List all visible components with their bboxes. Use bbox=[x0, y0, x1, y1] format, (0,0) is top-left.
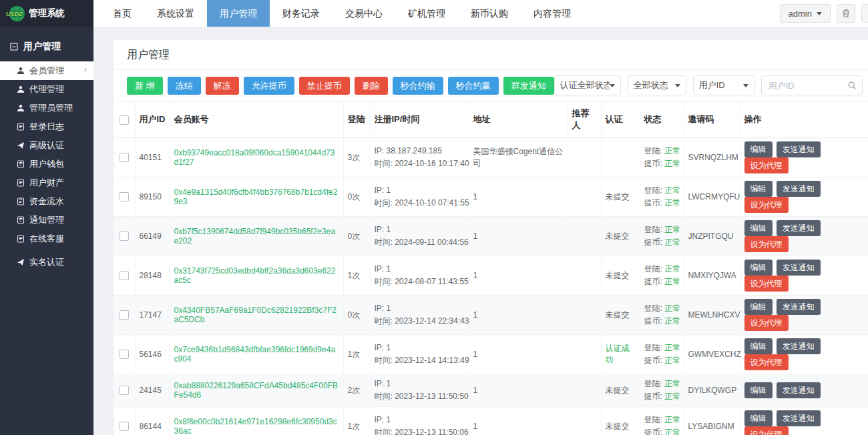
doc-icon bbox=[17, 123, 25, 131]
account-link[interactable]: 0xab8880226129a658CFdA45bd485c4F00FBFe54… bbox=[174, 381, 339, 400]
set-agent-button[interactable]: 设为代理 bbox=[744, 276, 789, 292]
toolbar-button[interactable]: 解冻 bbox=[206, 77, 239, 95]
account-link[interactable]: 0x4e9a1315d40f6cfb4f4bb376768b7b1cd4fe29… bbox=[174, 187, 338, 206]
nav-item[interactable]: 用户管理 bbox=[207, 0, 270, 27]
send-notice-button[interactable]: 发送通知 bbox=[777, 338, 821, 354]
toolbar-button[interactable]: 禁止提币 bbox=[299, 77, 350, 95]
toolbar-button[interactable]: 新 增 bbox=[127, 77, 163, 95]
send-notice-button[interactable]: 发送通知 bbox=[777, 141, 821, 157]
search-icon[interactable] bbox=[847, 81, 857, 90]
set-agent-button[interactable]: 设为代理 bbox=[744, 157, 789, 173]
select-all-checkbox[interactable] bbox=[120, 115, 129, 125]
table-row: 17147 0x4340FB57AaF69a1F0Dc62821922Bf3c7… bbox=[114, 296, 868, 335]
logins-cell: 3次 bbox=[343, 138, 370, 177]
sidebar-item[interactable]: 实名认证› bbox=[0, 253, 93, 272]
send-notice-button[interactable]: 发送通知 bbox=[777, 260, 821, 276]
actions-cell: 编辑 发送通知 设为代理 bbox=[740, 177, 868, 217]
send-notice-button[interactable]: 发送通知 bbox=[777, 410, 821, 426]
toolbar-button[interactable]: 秒合约赢 bbox=[448, 77, 499, 95]
user-id-cell: 89150 bbox=[135, 177, 170, 217]
row-checkbox[interactable] bbox=[120, 153, 129, 162]
send-notice-button[interactable]: 发送通知 bbox=[777, 382, 821, 398]
trash-button[interactable] bbox=[837, 4, 855, 23]
sidebar-item[interactable]: 会员管理› bbox=[0, 61, 93, 80]
row-checkbox[interactable] bbox=[120, 350, 129, 359]
account-link[interactable]: 0x7ce9436b1d96843dfbfae396fdc1969d9e4ac9… bbox=[174, 345, 336, 364]
row-checkbox[interactable] bbox=[120, 422, 129, 431]
set-agent-button[interactable]: 设为代理 bbox=[744, 315, 789, 331]
toolbar-button[interactable]: 删除 bbox=[355, 77, 388, 95]
status-cell: 登陆: 正常 提币: 正常 bbox=[640, 335, 684, 374]
row-checkbox[interactable] bbox=[120, 386, 129, 395]
row-checkbox[interactable] bbox=[120, 271, 129, 280]
filters: 认证全部状态全部状态用户ID bbox=[554, 75, 863, 95]
nav-item[interactable]: 财务记录 bbox=[270, 0, 333, 27]
send-notice-button[interactable]: 发送通知 bbox=[777, 220, 821, 236]
edit-button[interactable]: 编辑 bbox=[744, 220, 773, 236]
send-notice-button[interactable]: 发送通知 bbox=[777, 299, 821, 315]
account-link[interactable]: 0xb7f5c1390674dd58d7f949bc035b65f2e3eae2… bbox=[174, 227, 336, 246]
account-link[interactable]: 0x8f6e00c0b21614e971e16298e6fc30950d3c36… bbox=[174, 417, 337, 435]
account-link[interactable]: 0x31743f725cd03edbd4bff2a36da3d603e622ac… bbox=[174, 266, 336, 285]
sidebar-item[interactable]: 高级认证› bbox=[0, 136, 93, 155]
edit-button[interactable]: 编辑 bbox=[744, 382, 773, 398]
user-id-cell: 40151 bbox=[135, 138, 170, 177]
set-agent-button[interactable]: 设为代理 bbox=[744, 236, 789, 252]
sidebar-item[interactable]: 登录日志› bbox=[0, 117, 93, 136]
logins-cell: 0次 bbox=[343, 217, 370, 256]
sidebar-item-label: 通知管理 bbox=[29, 214, 64, 226]
edit-button[interactable]: 编辑 bbox=[744, 141, 773, 157]
edit-button[interactable]: 编辑 bbox=[744, 338, 773, 354]
set-agent-button[interactable]: 设为代理 bbox=[744, 426, 789, 435]
ip-time-cell: IP: 1 时间: 2024-08-07 11:43:55 bbox=[370, 256, 469, 296]
nav-item[interactable]: 交易中心 bbox=[333, 0, 395, 27]
ip-time-cell: IP: 1 时间: 2023-12-13 11:50:50 bbox=[370, 374, 469, 407]
account-link[interactable]: 0x4340FB57AaF69a1F0Dc62821922Bf3c7F2aC5D… bbox=[174, 306, 337, 324]
sidebar-item[interactable]: 在线客服› bbox=[0, 230, 93, 248]
sidebar-item[interactable]: 代理管理› bbox=[0, 80, 93, 99]
ip-time-cell: IP: 38.187.249.185 时间: 2024-10-16 10:17:… bbox=[370, 138, 469, 177]
sidebar-item[interactable]: 管理员管理› bbox=[0, 99, 93, 117]
auth-cell: 未提交 bbox=[601, 217, 640, 256]
edit-button[interactable]: 编辑 bbox=[744, 181, 773, 197]
edit-button[interactable]: 编辑 bbox=[744, 260, 773, 276]
toolbar-button[interactable]: 秒合约输 bbox=[393, 77, 443, 95]
invite-code-cell: DYILKQWGP bbox=[684, 374, 740, 407]
account-link[interactable]: 0xb93749eacc018a09f060dca159041044d73d1f… bbox=[174, 148, 335, 167]
search-input[interactable] bbox=[769, 81, 847, 91]
sidebar-item[interactable]: 资金流水› bbox=[0, 192, 93, 211]
actions-cell: 编辑 发送通知 设为代理 bbox=[740, 256, 868, 296]
toolbar-button[interactable]: 群发通知 bbox=[503, 77, 554, 95]
filter-select[interactable]: 用户ID bbox=[693, 75, 754, 95]
nav-item[interactable]: 内容管理 bbox=[521, 0, 584, 27]
table-row: 56146 0x7ce9436b1d96843dfbfae396fdc1969d… bbox=[114, 335, 868, 374]
sidebar-item[interactable]: 通知管理› bbox=[0, 211, 93, 230]
nav-item[interactable]: 首页 bbox=[100, 0, 144, 27]
filter-select[interactable]: 全部状态 bbox=[628, 75, 686, 95]
referrer-cell bbox=[568, 335, 601, 374]
clipped-button[interactable] bbox=[861, 4, 868, 23]
auth-cell bbox=[601, 138, 640, 177]
toolbar-button[interactable]: 冻结 bbox=[168, 77, 201, 95]
doc-icon bbox=[17, 216, 25, 224]
set-agent-button[interactable]: 设为代理 bbox=[744, 354, 789, 370]
admin-dropdown[interactable]: admin bbox=[780, 4, 831, 23]
nav-item[interactable]: 新币认购 bbox=[458, 0, 521, 27]
referrer-cell bbox=[568, 256, 601, 296]
filter-select[interactable]: 认证全部状态 bbox=[554, 75, 621, 95]
set-agent-button[interactable]: 设为代理 bbox=[744, 197, 789, 213]
edit-button[interactable]: 编辑 bbox=[744, 410, 773, 426]
send-notice-button[interactable]: 发送通知 bbox=[777, 181, 821, 197]
sidebar-group-header[interactable]: 用户管理 bbox=[0, 33, 93, 61]
doc-icon bbox=[17, 160, 25, 168]
sidebar-item[interactable]: 用户钱包› bbox=[0, 155, 93, 173]
toolbar-button[interactable]: 允许提币 bbox=[244, 77, 294, 95]
row-checkbox[interactable] bbox=[120, 232, 129, 241]
column-header: 操作 bbox=[740, 101, 868, 138]
nav-item[interactable]: 矿机管理 bbox=[395, 0, 458, 27]
sidebar-item[interactable]: 用户财产› bbox=[0, 173, 93, 192]
edit-button[interactable]: 编辑 bbox=[744, 299, 773, 315]
row-checkbox[interactable] bbox=[120, 310, 129, 320]
row-checkbox[interactable] bbox=[120, 192, 129, 201]
nav-item[interactable]: 系统设置 bbox=[144, 0, 207, 27]
